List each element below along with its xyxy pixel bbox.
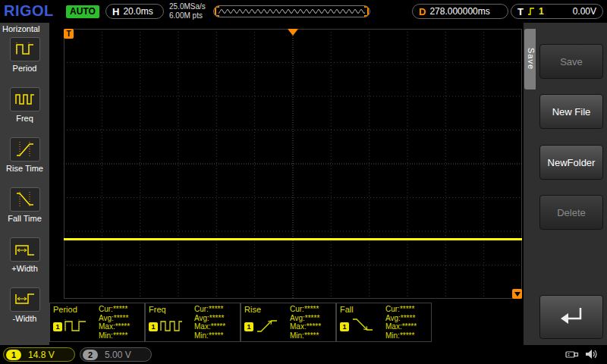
measurement-panel-freq: Freq 1 Cur:***** Avg:***** Max:***** Min… [145,303,241,342]
measurement-channel-badge: 1 [53,322,62,331]
trigger-position-arrow-icon [288,29,298,36]
measurement-min: Min:***** [99,331,130,340]
freq-icon [10,87,40,111]
measurement-min: Min:***** [385,331,417,340]
trigger-display: T 1 0.00V [511,4,603,19]
horizontal-measure-sidebar: Horizontal Period Freq Rise Time [0,23,49,345]
graticule: T [64,29,522,299]
speaker-icon [584,348,598,363]
return-arrow-icon [555,303,588,331]
measurement-channel-badge: 1 [340,322,349,331]
rise-time-icon [10,137,40,162]
horizontal-scale-display: H 20.0ms [105,4,164,19]
menu-button-delete[interactable]: Delete [539,195,603,230]
menu-title-tab: Save [524,29,536,89]
memory-position-indicator [213,5,370,17]
rigol-logo: RIGOL [4,2,54,20]
measurement-name: Period [53,305,97,314]
menu-button-save[interactable]: Save [539,44,603,79]
period-glyph-icon [64,317,87,337]
measurement-channel-badge: 1 [244,322,253,331]
measurement-cur: Cur:***** [385,305,417,314]
measurement-name: Freq [149,305,193,314]
menu-button-new-folder[interactable]: NewFolder [539,145,603,180]
trigger-label: T [517,6,524,17]
delay-value: 278.000000ms [429,6,489,17]
measurement-min: Min:***** [194,331,225,340]
sidebar-title: Horizontal [0,23,49,34]
measurement-max: Max:***** [290,322,321,331]
measurement-min: Min:***** [290,331,321,340]
measurement-cur: Cur:***** [290,305,321,314]
trigger-level-corner-marker [512,289,522,299]
top-bar: RIGOL AUTO H 20.0ms 25.0MSa/s 6.00M pts … [0,0,607,23]
minus-width-icon [10,287,40,312]
sidebar-item-label: Period [13,64,37,73]
freq-glyph-icon [160,317,183,337]
measurement-panel-period: Period 1 Cur:***** Avg:***** Max:***** M… [49,303,145,342]
sidebar-item-fall-time[interactable]: Fall Time [0,184,49,234]
measurement-cur: Cur:***** [194,305,225,314]
channel-2-number: 2 [83,350,98,360]
measurement-channel-badge: 1 [149,322,158,331]
memory-waveform-icon [214,6,370,17]
menu-button-back[interactable] [539,295,603,339]
memory-depth: 6.00M pts [169,11,206,20]
usb-icon [565,348,580,363]
delay-display: D 278.000000ms [412,4,508,19]
sidebar-item-minus-width[interactable]: -Width [0,284,49,334]
sidebar-item-label: Freq [16,114,33,123]
sidebar-item-freq[interactable]: Freq [0,84,49,134]
horizontal-label: H [112,6,119,17]
grid-lines [64,29,522,299]
menu-button-new-file[interactable]: New File [539,94,603,129]
trigger-edge-icon [527,7,535,16]
trigger-source: 1 [539,6,544,17]
trigger-level-value: 0.00V [573,6,596,17]
down-arrow-icon [514,292,521,297]
measurement-avg: Avg:***** [290,314,321,323]
sidebar-item-period[interactable]: Period [0,34,49,84]
measurement-avg: Avg:***** [194,314,225,323]
measurement-max: Max:***** [385,322,417,331]
rise-glyph-icon [256,317,278,337]
channel-2-badge[interactable]: 2 5.00 V [80,347,152,362]
sample-rate: 25.0MSa/s [169,2,206,11]
status-bar: 1 14.8 V 2 5.00 V [0,345,607,364]
measurement-cur: Cur:***** [99,305,130,314]
channel-2-scale: 5.00 V [105,350,131,360]
trigger-position-corner-marker: T [64,29,74,39]
fall-glyph-icon [351,317,374,337]
measurement-max: Max:***** [99,322,130,331]
fall-time-icon [10,187,40,212]
channel1-trace [64,238,522,240]
channel-1-scale: 14.8 V [28,350,55,360]
sidebar-item-label: Fall Time [8,214,42,223]
sidebar-item-label: Rise Time [6,164,43,173]
measurement-avg: Avg:***** [385,314,417,323]
delay-label: D [419,6,426,17]
channel-1-number: 1 [6,350,21,360]
measurement-max: Max:***** [194,322,225,331]
sidebar-item-plus-width[interactable]: +Width [0,234,49,284]
measurement-avg: Avg:***** [99,314,130,323]
measurement-panel-rise: Rise 1 Cur:***** Avg:***** Max:***** Min… [241,303,336,342]
horizontal-scale-value: 20.0ms [123,6,153,17]
sidebar-item-label: -Width [13,314,37,323]
measurement-name: Fall [340,305,384,314]
sidebar-item-rise-time[interactable]: Rise Time [0,134,49,184]
measurement-panel-fall: Fall 1 Cur:***** Avg:***** Max:***** Min… [336,303,432,342]
plus-width-icon [10,237,40,262]
run-state-badge: AUTO [66,5,99,18]
channel-1-badge[interactable]: 1 14.8 V [3,347,75,362]
measurement-name: Rise [244,305,288,314]
measurement-bar: Period 1 Cur:***** Avg:***** Max:***** M… [49,303,432,342]
sidebar-item-label: +Width [11,264,38,273]
period-icon [10,37,40,61]
acquisition-info: 25.0MSa/s 6.00M pts [169,2,206,20]
soft-menu: Save Save New File NewFolder Delete [524,23,607,345]
